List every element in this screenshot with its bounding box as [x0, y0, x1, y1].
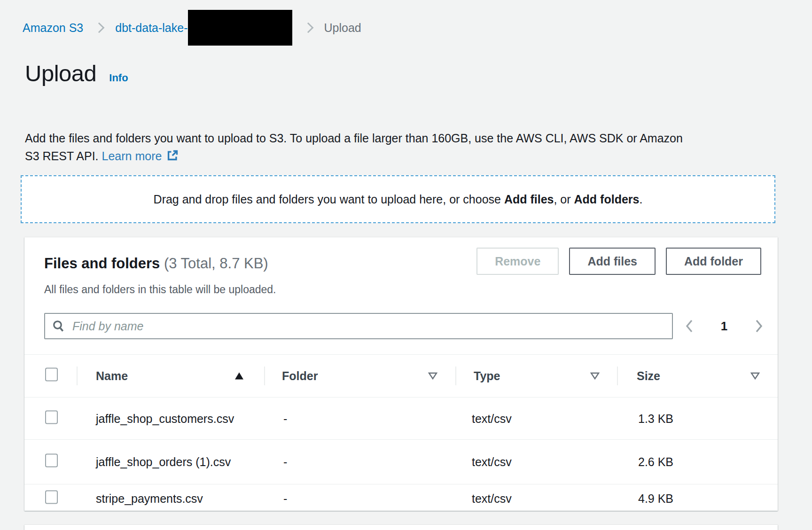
panel-heading: Files and folders (3 Total, 8.7 KB) — [44, 255, 268, 272]
page-description: Add the files and folders you want to up… — [25, 129, 777, 166]
column-divider — [264, 366, 265, 385]
info-link[interactable]: Info — [109, 72, 128, 84]
breadcrumb-bucket-link[interactable]: dbt-data-lake- — [115, 21, 187, 35]
breadcrumb-current: Upload — [324, 21, 361, 35]
breadcrumb-chevron-icon — [94, 23, 105, 33]
breadcrumb-chevron-icon — [303, 23, 313, 33]
next-page-button[interactable] — [754, 319, 764, 334]
file-type: text/csv — [472, 492, 512, 506]
file-size: 4.9 KB — [638, 492, 673, 506]
description-line-1: Add the files and folders you want to up… — [25, 132, 683, 145]
panel-count: (3 Total, 8.7 KB) — [164, 255, 268, 272]
sort-ascending-icon[interactable] — [235, 373, 243, 380]
sort-icon[interactable] — [428, 372, 438, 380]
search-box — [44, 313, 673, 339]
column-divider — [617, 366, 618, 385]
next-section-card-partial — [24, 525, 778, 530]
column-divider — [455, 366, 456, 385]
dropzone-text: Drag and drop files and folders you want… — [154, 193, 643, 206]
table-row: stripe_payments.csv - text/csv 4.9 KB — [24, 484, 778, 513]
file-name: jaffle_shop_customers.csv — [96, 409, 241, 429]
panel-actions: Remove Add files Add folder — [476, 248, 761, 275]
column-header-size[interactable]: Size — [637, 369, 660, 383]
files-table: Name Folder Type Size jaffle_shop_custom… — [24, 354, 778, 513]
page-title: Upload — [25, 60, 96, 86]
select-all-checkbox[interactable] — [45, 368, 58, 382]
column-header-name[interactable]: Name — [96, 369, 128, 383]
title-row: Upload Info — [25, 60, 128, 86]
table-header-row: Name Folder Type Size — [24, 354, 778, 398]
drag-drop-zone[interactable]: Drag and drop files and folders you want… — [21, 175, 775, 223]
sort-icon[interactable] — [590, 372, 600, 380]
table-row: jaffle_shop_customers.csv - text/csv 1.3… — [24, 398, 778, 439]
file-folder: - — [283, 455, 287, 469]
previous-page-button[interactable] — [684, 319, 695, 334]
file-size: 2.6 KB — [638, 455, 673, 469]
file-folder: - — [283, 492, 287, 506]
file-type: text/csv — [472, 455, 512, 469]
breadcrumb: Amazon S3 dbt-data-lake- Upload — [23, 10, 361, 46]
search-input[interactable] — [71, 319, 665, 334]
file-name: stripe_payments.csv — [96, 489, 241, 508]
external-link-icon[interactable] — [166, 148, 179, 166]
search-icon — [52, 319, 66, 333]
learn-more-link[interactable]: Learn more — [102, 149, 162, 163]
remove-button[interactable]: Remove — [476, 248, 559, 275]
column-header-folder[interactable]: Folder — [282, 369, 318, 383]
redacted-bucket-name — [188, 10, 292, 46]
add-folder-button[interactable]: Add folder — [666, 248, 761, 275]
pagination: 1 — [684, 313, 764, 339]
row-checkbox[interactable] — [45, 410, 58, 424]
breadcrumb-amazon-s3[interactable]: Amazon S3 — [23, 21, 83, 35]
column-divider — [77, 366, 78, 385]
s3-upload-page: Amazon S3 dbt-data-lake- Upload Upload I… — [0, 0, 812, 530]
sort-icon[interactable] — [750, 372, 760, 380]
file-type: text/csv — [472, 412, 512, 425]
current-page-number[interactable]: 1 — [721, 319, 727, 334]
add-files-button[interactable]: Add files — [569, 248, 656, 275]
files-and-folders-panel: Files and folders (3 Total, 8.7 KB) All … — [24, 237, 778, 511]
file-name: jaffle_shop_orders (1).csv — [96, 452, 241, 472]
description-line-2: S3 REST API. — [25, 149, 102, 163]
row-checkbox[interactable] — [45, 491, 58, 504]
table-row: jaffle_shop_orders (1).csv - text/csv 2.… — [24, 439, 778, 484]
file-size: 1.3 KB — [638, 412, 673, 425]
panel-subtitle: All files and folders in this table will… — [44, 283, 276, 296]
column-header-type[interactable]: Type — [474, 369, 500, 383]
file-folder: - — [283, 412, 287, 425]
panel-title: Files and folders — [44, 255, 160, 272]
row-checkbox[interactable] — [45, 454, 58, 468]
